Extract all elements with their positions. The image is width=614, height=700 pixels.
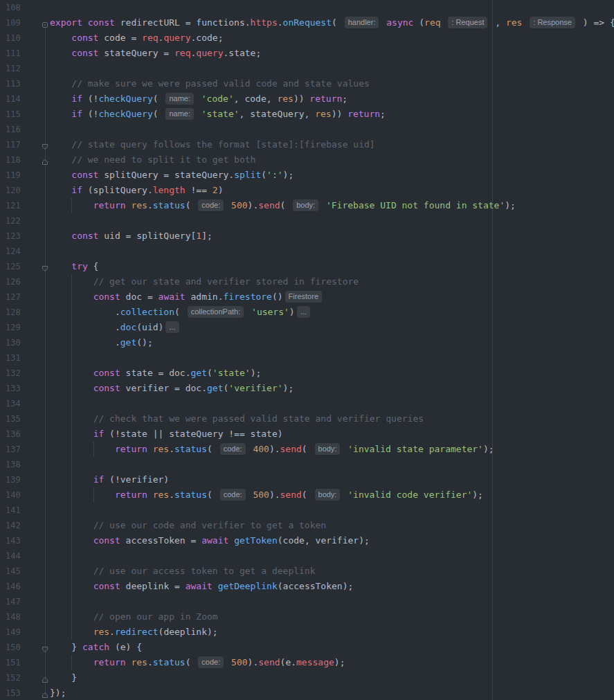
code-line[interactable]: 143 const accessToken = await getToken(c…	[0, 533, 614, 548]
gutter[interactable]: 134	[0, 396, 50, 411]
code-line[interactable]: 128 .collection( collectionPath: 'users'…	[0, 305, 614, 320]
gutter[interactable]: 137	[0, 442, 50, 457]
line-number[interactable]: 136	[6, 427, 21, 442]
fold-down-icon[interactable]	[41, 643, 49, 652]
gutter[interactable]: 122	[0, 213, 50, 228]
code-line[interactable]: 147	[0, 594, 614, 609]
code-line[interactable]: 122	[0, 213, 614, 228]
line-number[interactable]: 133	[6, 381, 21, 396]
line-number[interactable]: 153	[6, 685, 21, 700]
line-number[interactable]: 120	[6, 183, 21, 198]
gutter[interactable]: 135	[0, 411, 50, 427]
line-number[interactable]: 149	[6, 625, 21, 640]
line-number[interactable]: 139	[6, 472, 21, 487]
line-number[interactable]: 142	[6, 518, 21, 533]
line-number[interactable]: 124	[6, 244, 21, 259]
line-number[interactable]: 108	[6, 0, 21, 15]
gutter[interactable]: 123	[0, 228, 50, 244]
line-number[interactable]: 119	[6, 168, 21, 183]
code-line[interactable]: 116	[0, 122, 614, 137]
gutter[interactable]: 117	[0, 137, 50, 152]
gutter[interactable]: 114	[0, 91, 50, 107]
line-number[interactable]: 132	[6, 366, 21, 381]
gutter[interactable]: 148	[0, 609, 50, 625]
line-number[interactable]: 141	[6, 503, 21, 518]
line-number[interactable]: 129	[6, 320, 21, 335]
fold-up-icon[interactable]	[41, 689, 49, 697]
code-line[interactable]: 118 // we need to split it to get both	[0, 152, 614, 168]
fold-down-icon[interactable]	[41, 262, 49, 271]
gutter[interactable]: 132	[0, 366, 50, 381]
code-line[interactable]: 120 if (splitQuery.length !== 2)	[0, 183, 614, 198]
gutter[interactable]: 145	[0, 564, 50, 579]
line-number[interactable]: 144	[6, 548, 21, 564]
code-line[interactable]: 144	[0, 548, 614, 564]
line-number[interactable]: 117	[6, 137, 21, 152]
line-number[interactable]: 152	[6, 670, 21, 685]
gutter[interactable]: 149	[0, 625, 50, 640]
code-line[interactable]: 109export const redirectURL = functions.…	[0, 15, 614, 30]
gutter[interactable]: 125	[0, 259, 50, 274]
gutter[interactable]: 146	[0, 579, 50, 594]
code-line[interactable]: 123 const uid = splitQuery[1];	[0, 228, 614, 244]
code-line[interactable]: 133 const verifier = doc.get('verifier')…	[0, 381, 614, 396]
gutter[interactable]: 142	[0, 518, 50, 533]
line-number[interactable]: 140	[6, 487, 21, 503]
line-number[interactable]: 111	[6, 46, 21, 61]
code-line[interactable]: 153});	[0, 685, 614, 700]
gutter[interactable]: 141	[0, 503, 50, 518]
code-line[interactable]: 125 try {	[0, 259, 614, 274]
code-line[interactable]: 121 return res.status( code: 500).send( …	[0, 198, 614, 213]
code-line[interactable]: 129 .doc(uid)...	[0, 320, 614, 335]
gutter[interactable]: 126	[0, 274, 50, 289]
gutter[interactable]: 116	[0, 122, 50, 137]
code-line[interactable]: 110 const code = req.query.code;	[0, 30, 614, 46]
gutter[interactable]: 131	[0, 350, 50, 366]
line-number[interactable]: 128	[6, 305, 21, 320]
line-number[interactable]: 121	[6, 198, 21, 213]
gutter[interactable]: 140	[0, 487, 50, 503]
gutter[interactable]: 128	[0, 305, 50, 320]
code-line[interactable]: 152 }	[0, 670, 614, 685]
line-number[interactable]: 127	[6, 289, 21, 305]
fold-up-icon[interactable]	[41, 674, 49, 682]
line-number[interactable]: 138	[6, 457, 21, 472]
code-line[interactable]: 136 if (!state || stateQuery !== state)	[0, 427, 614, 442]
code-line[interactable]: 140 return res.status( code: 500).send( …	[0, 487, 614, 503]
code-line[interactable]: 111 const stateQuery = req.query.state;	[0, 46, 614, 61]
gutter[interactable]: 138	[0, 457, 50, 472]
line-number[interactable]: 115	[6, 107, 21, 122]
gutter[interactable]: 108	[0, 0, 50, 15]
gutter[interactable]: 111	[0, 46, 50, 61]
line-number[interactable]: 143	[6, 533, 21, 548]
code-line[interactable]: 148 // open our app in Zoom	[0, 609, 614, 625]
code-line[interactable]: 150 } catch (e) {	[0, 640, 614, 655]
code-line[interactable]: 108	[0, 0, 614, 15]
code-line[interactable]: 138	[0, 457, 614, 472]
code-editor[interactable]: 108109export const redirectURL = functio…	[0, 0, 614, 700]
line-number[interactable]: 113	[6, 76, 21, 91]
gutter[interactable]: 150	[0, 640, 50, 655]
gutter[interactable]: 121	[0, 198, 50, 213]
line-number[interactable]: 125	[6, 259, 21, 274]
line-number[interactable]: 145	[6, 564, 21, 579]
gutter[interactable]: 151	[0, 655, 50, 670]
gutter[interactable]: 143	[0, 533, 50, 548]
line-number[interactable]: 131	[6, 350, 21, 366]
gutter[interactable]: 112	[0, 61, 50, 76]
code-line[interactable]: 114 if (!checkQuery( name: 'code', code,…	[0, 91, 614, 107]
fold-up-icon[interactable]	[41, 156, 49, 164]
gutter[interactable]: 133	[0, 381, 50, 396]
line-number[interactable]: 116	[6, 122, 21, 137]
line-number[interactable]: 126	[6, 274, 21, 289]
line-number[interactable]: 134	[6, 396, 21, 411]
line-number[interactable]: 130	[6, 335, 21, 350]
gutter[interactable]: 152	[0, 670, 50, 685]
gutter[interactable]: 118	[0, 152, 50, 168]
code-line[interactable]: 132 const state = doc.get('state');	[0, 366, 614, 381]
code-line[interactable]: 124	[0, 244, 614, 259]
gutter[interactable]: 124	[0, 244, 50, 259]
line-number[interactable]: 112	[6, 61, 21, 76]
line-number[interactable]: 114	[6, 91, 21, 107]
gutter[interactable]: 120	[0, 183, 50, 198]
